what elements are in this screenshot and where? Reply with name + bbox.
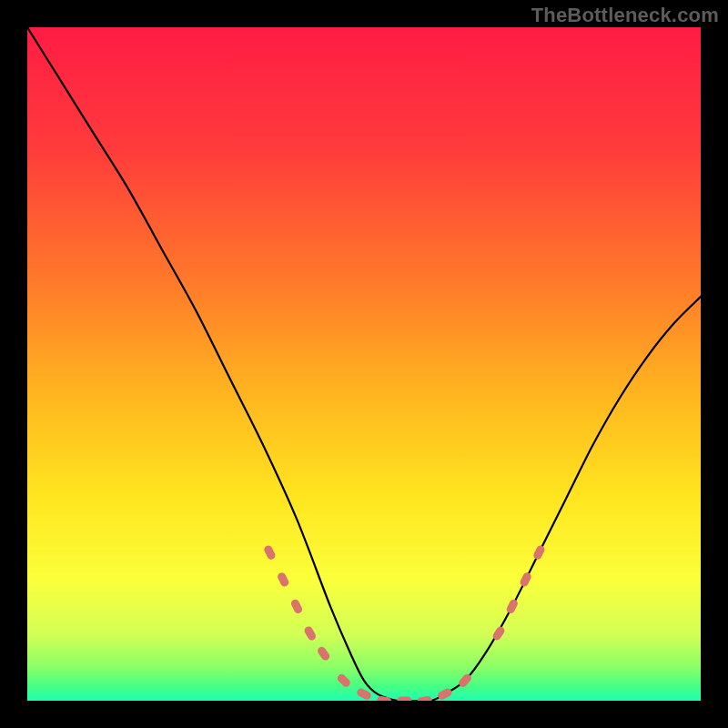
marker-point bbox=[397, 697, 411, 702]
marker-point bbox=[519, 571, 532, 588]
marker-point bbox=[303, 625, 318, 642]
marker-point bbox=[437, 687, 453, 701]
chart-frame: TheBottleneck.com bbox=[0, 0, 728, 728]
plot-area bbox=[27, 27, 701, 701]
bottleneck-curve bbox=[27, 27, 701, 701]
curve-layer bbox=[27, 27, 701, 701]
marker-point bbox=[417, 695, 432, 701]
marker-point bbox=[277, 571, 290, 588]
marker-point bbox=[263, 544, 277, 561]
marker-point bbox=[289, 598, 303, 614]
marker-point bbox=[336, 672, 352, 689]
watermark-text: TheBottleneck.com bbox=[531, 4, 719, 27]
marker-point bbox=[532, 544, 546, 561]
marker-point bbox=[505, 598, 519, 614]
marker-point bbox=[316, 645, 331, 662]
